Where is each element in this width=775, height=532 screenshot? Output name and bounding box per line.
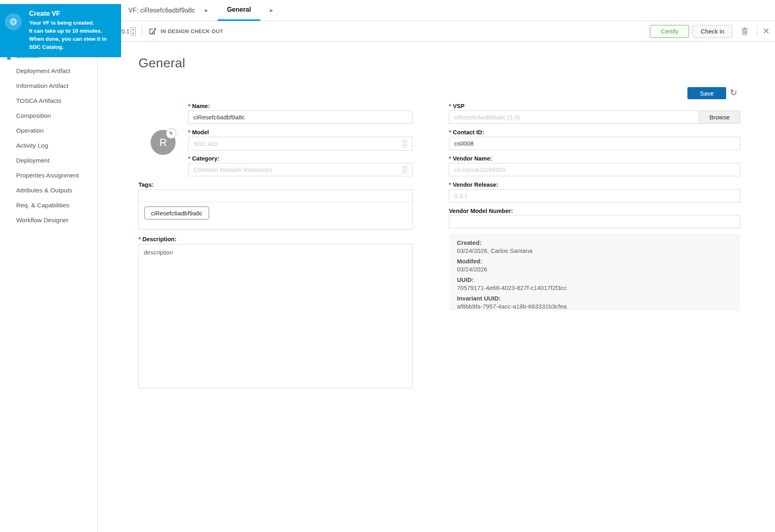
vendor-model-number-input[interactable] xyxy=(449,215,740,228)
vendor-model-number-label: Vendor Model Number: xyxy=(449,208,513,214)
tags-container: ciResefc6adbf9a8c xyxy=(138,190,413,229)
stepper-up-icon: ▲ xyxy=(131,27,135,31)
required-mark: * xyxy=(449,129,451,136)
sidebar-item-label: Deployment Artifact xyxy=(16,67,70,75)
model-select[interactable]: SDC AID ▲▼ xyxy=(188,137,413,150)
stepper-down-icon: ▼ xyxy=(131,31,135,35)
sidebar-item-label: Operation xyxy=(16,127,44,134)
tab-vf-breadcrumb[interactable]: VF: ciResefc6adbf9a8c xyxy=(128,7,195,14)
vendor-release-label: *Vendor Release: xyxy=(449,182,498,188)
sidebar-item-label: Activity Log xyxy=(16,142,48,149)
checkout-pencil-icon xyxy=(148,27,157,36)
tab-general[interactable]: General xyxy=(218,0,260,21)
vendor-name-label: *Vendor Name: xyxy=(449,155,492,162)
required-mark: * xyxy=(449,182,451,188)
description-textarea[interactable]: description xyxy=(138,244,413,388)
sidebar-item-label: Information Artifact xyxy=(16,82,68,90)
contact-id-input[interactable] xyxy=(449,137,740,150)
close-icon: × xyxy=(763,25,769,37)
delete-button[interactable] xyxy=(740,27,750,36)
divider xyxy=(757,26,757,37)
name-label: *Name: xyxy=(188,103,210,109)
invariant-uuid-label: Invariant UUID: xyxy=(457,294,732,303)
refresh-icon: ↻ xyxy=(730,88,737,98)
sidebar: General Deployment Artifact Information … xyxy=(0,42,98,532)
sidebar-item-workflow-designer[interactable]: Workflow Designer xyxy=(0,213,97,227)
edit-avatar-button[interactable]: ✎ xyxy=(166,128,176,139)
tag-chip[interactable]: ciResefc6adbf9a8c xyxy=(145,207,209,219)
sidebar-item-label: Properties Assignment xyxy=(16,172,79,179)
version-stepper[interactable]: ▲ ▼ xyxy=(131,27,136,35)
required-mark: * xyxy=(449,155,451,162)
sidebar-item-label: Attributes & Outputs xyxy=(16,187,72,194)
metadata-panel: Created: 03/24/2026, Carlos Santana Modi… xyxy=(449,234,740,311)
created-label: Created: xyxy=(457,239,732,247)
toast-texts: Create VF Your VF is being created. It c… xyxy=(29,10,118,51)
required-mark: * xyxy=(449,103,451,109)
chevron-right-icon: ▶ xyxy=(270,8,273,13)
browse-button[interactable]: Browse xyxy=(699,111,740,123)
page-title: General xyxy=(138,56,185,71)
required-mark: * xyxy=(188,129,191,136)
avatar-letter: R xyxy=(159,137,167,148)
sidebar-item-properties-assignment[interactable]: Properties Assignment xyxy=(0,168,97,183)
invariant-uuid-value: af6bb9fa-7957-4acc-a18b-663331b3cfea xyxy=(457,303,732,311)
sdc-workspace: VF: ciResefc6adbf9a8c ▶ General ▶ V0.1 ▲… xyxy=(0,0,775,532)
sidebar-item-label: Workflow Designer xyxy=(16,217,69,224)
sidebar-item-label: TOSCA Artifacts xyxy=(16,97,61,104)
vendor-name-input[interactable] xyxy=(449,163,740,176)
toolbar-actions: Certify Check in × xyxy=(650,25,769,38)
toast-body: Your VF is being created. It can take up… xyxy=(29,19,118,51)
sidebar-item-attributes-outputs[interactable]: Attributes & Outputs xyxy=(0,183,97,198)
trash-icon xyxy=(740,27,750,36)
gear-icon: ⚙ xyxy=(5,13,22,30)
uuid-value: 70579171-4e68-4023-827f-c14017f2f3cc xyxy=(457,284,732,292)
tags-input[interactable] xyxy=(139,190,412,202)
description-label: *Description: xyxy=(138,236,176,242)
sidebar-item-activity-log[interactable]: Activity Log xyxy=(0,138,97,153)
category-select-value: Common Network Resources xyxy=(193,166,402,173)
sidebar-item-information-artifact[interactable]: Information Artifact xyxy=(0,78,97,93)
toast-title: Create VF xyxy=(29,10,118,17)
sidebar-item-deployment-artifact[interactable]: Deployment Artifact xyxy=(0,63,97,78)
chevron-right-icon: ▶ xyxy=(205,8,208,13)
pencil-icon: ✎ xyxy=(169,131,173,136)
model-select-value: SDC AID xyxy=(193,140,402,147)
vendor-release-input[interactable] xyxy=(449,189,740,202)
required-mark: * xyxy=(188,103,191,109)
name-input[interactable] xyxy=(188,111,413,124)
sidebar-item-deployment[interactable]: Deployment xyxy=(0,153,97,168)
uuid-label: UUID: xyxy=(457,276,732,284)
vsp-value: ciResefc6adbf9a8c (1.0) xyxy=(449,111,699,123)
sidebar-item-composition[interactable]: Composition xyxy=(0,108,97,123)
vsp-label: *VSP xyxy=(449,103,465,109)
check-in-button[interactable]: Check in xyxy=(692,25,733,38)
sidebar-item-label: Composition xyxy=(16,112,51,119)
vsp-field: ciResefc6adbf9a8c (1.0) Browse xyxy=(449,111,740,124)
sidebar-item-label: Deployment xyxy=(16,157,50,164)
modified-label: Modifed: xyxy=(457,257,732,265)
certify-button[interactable]: Certify xyxy=(650,25,689,38)
sidebar-item-operation[interactable]: Operation xyxy=(0,123,97,138)
created-value: 03/24/2026, Carlos Santana xyxy=(457,247,732,255)
sidebar-item-tosca-artifacts[interactable]: TOSCA Artifacts xyxy=(0,93,97,108)
close-button[interactable]: × xyxy=(763,26,769,37)
sidebar-item-label: Req. & Capabilities xyxy=(16,202,69,209)
required-mark: * xyxy=(138,236,141,242)
revert-button[interactable]: ↻ xyxy=(730,86,737,99)
lifecycle-state-label: IN DESIGN CHECK OUT xyxy=(161,28,223,34)
sidebar-item-req-capabilities[interactable]: Req. & Capabilities xyxy=(0,198,97,213)
model-label: *Model xyxy=(188,129,209,136)
required-mark: * xyxy=(188,155,191,162)
contact-id-label: *Contact ID: xyxy=(449,129,484,136)
divider xyxy=(142,26,142,37)
tags-label: Tags: xyxy=(138,182,154,188)
model-select-spinner[interactable]: ▲▼ xyxy=(402,140,407,148)
category-label: *Category: xyxy=(188,155,219,162)
create-vf-toast: ⚙ Create VF Your VF is being created. It… xyxy=(0,4,121,57)
modified-value: 03/24/2026 xyxy=(457,265,732,273)
category-select[interactable]: Common Network Resources ▲▼ xyxy=(188,163,413,176)
tabs: VF: ciResefc6adbf9a8c ▶ General ▶ xyxy=(128,0,283,21)
category-select-spinner[interactable]: ▲▼ xyxy=(402,166,407,174)
save-button[interactable]: Save xyxy=(687,87,726,99)
